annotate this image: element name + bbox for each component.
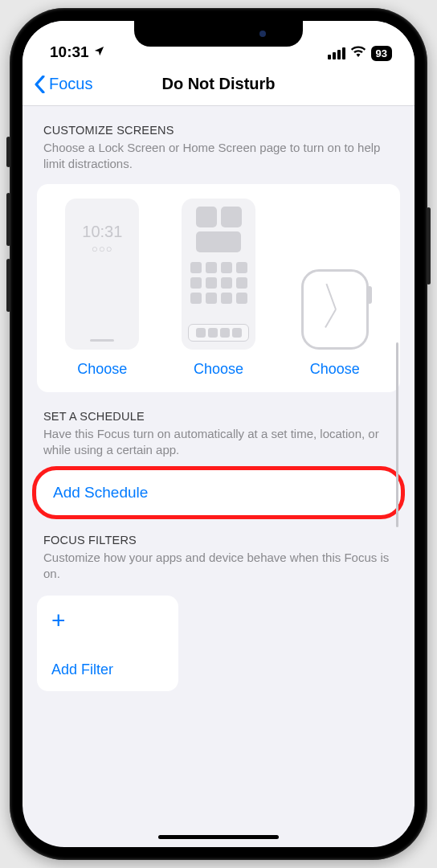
location-arrow-icon bbox=[93, 43, 105, 61]
scroll-indicator[interactable] bbox=[396, 342, 398, 527]
volume-up-button bbox=[6, 193, 10, 246]
wifi-icon bbox=[350, 45, 366, 61]
mute-switch bbox=[6, 137, 10, 167]
phone-frame: 10:31 93 Focus Do Not Disturb bbox=[10, 8, 427, 860]
home-screen-preview bbox=[182, 199, 255, 350]
add-schedule-label: Add Schedule bbox=[37, 469, 400, 516]
volume-down-button bbox=[6, 259, 10, 312]
watch-face-option[interactable]: Choose bbox=[280, 199, 389, 378]
choose-watch-label: Choose bbox=[310, 361, 360, 378]
filters-title: FOCUS FILTERS bbox=[43, 534, 394, 547]
nav-bar: Focus Do Not Disturb bbox=[22, 63, 415, 106]
back-label: Focus bbox=[49, 75, 92, 93]
battery-indicator: 93 bbox=[371, 46, 392, 61]
customize-title: CUSTOMIZE SCREENS bbox=[43, 124, 394, 137]
lock-dots: ○○○ bbox=[92, 243, 113, 255]
customize-header: CUSTOMIZE SCREENS Choose a Lock Screen o… bbox=[22, 106, 415, 178]
filters-header: FOCUS FILTERS Customize how your apps an… bbox=[22, 516, 415, 588]
lock-time: 10:31 bbox=[82, 223, 122, 241]
screen: 10:31 93 Focus Do Not Disturb bbox=[22, 21, 415, 847]
page-title: Do Not Disturb bbox=[161, 75, 275, 93]
schedule-desc: Have this Focus turn on automatically at… bbox=[43, 426, 394, 459]
add-filter-button[interactable]: + Add Filter bbox=[37, 596, 178, 691]
schedule-header: SET A SCHEDULE Have this Focus turn on a… bbox=[22, 392, 415, 464]
cellular-signal-icon bbox=[328, 47, 345, 59]
notch bbox=[134, 21, 303, 47]
watch-preview bbox=[301, 269, 369, 350]
add-filter-label: Add Filter bbox=[51, 661, 164, 678]
status-time: 10:31 bbox=[50, 43, 89, 61]
customize-desc: Choose a Lock Screen or Home Screen page… bbox=[43, 140, 394, 173]
home-screen-option[interactable]: Choose bbox=[165, 199, 273, 378]
home-indicator[interactable] bbox=[158, 835, 279, 839]
choose-lock-label: Choose bbox=[77, 361, 127, 378]
filters-desc: Customize how your apps and device behav… bbox=[43, 550, 394, 583]
back-button[interactable]: Focus bbox=[34, 75, 92, 93]
power-button bbox=[427, 207, 431, 285]
add-schedule-button[interactable]: Add Schedule bbox=[37, 469, 400, 516]
customize-card: 10:31 ○○○ Choose bbox=[37, 184, 400, 392]
content: CUSTOMIZE SCREENS Choose a Lock Screen o… bbox=[22, 106, 415, 847]
choose-home-label: Choose bbox=[194, 361, 243, 378]
schedule-title: SET A SCHEDULE bbox=[43, 410, 394, 423]
plus-icon: + bbox=[51, 608, 164, 633]
lock-screen-preview: 10:31 ○○○ bbox=[65, 199, 139, 350]
lock-screen-option[interactable]: 10:31 ○○○ Choose bbox=[48, 199, 157, 378]
